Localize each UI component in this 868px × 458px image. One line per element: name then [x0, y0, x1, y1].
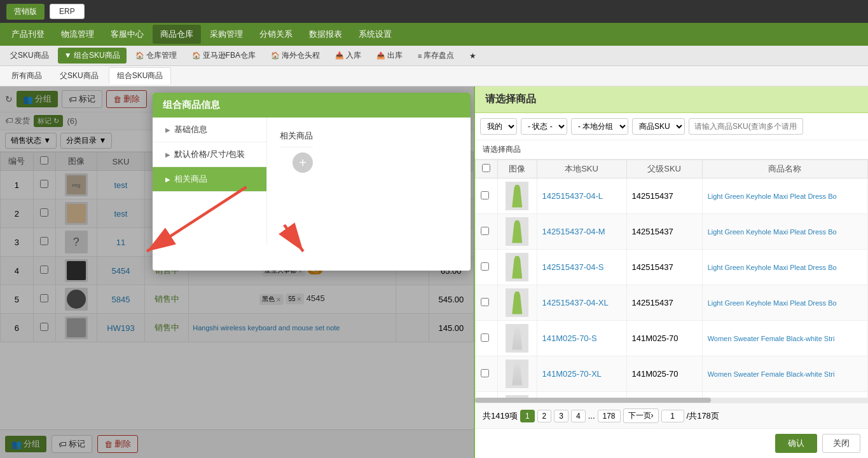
- page-ellipsis: ...: [588, 411, 595, 421]
- page-btn-2[interactable]: 2: [537, 410, 552, 422]
- dress-image: [512, 220, 522, 243]
- right-product-name[interactable]: Women Sweater Female Black-white Stri: [702, 321, 867, 356]
- sub-nav-star[interactable]: ★: [463, 49, 483, 63]
- sku-search-input[interactable]: [689, 118, 803, 135]
- page-jump-input[interactable]: [661, 410, 684, 422]
- right-col-name: 商品名称: [702, 160, 867, 178]
- nav-bar: 产品刊登 物流管理 客服中心 商品仓库 采购管理 分销关系 数据报表 系统设置: [0, 23, 868, 46]
- total-pages-label: /共178页: [687, 410, 719, 422]
- sub-nav-sku[interactable]: 父SKU商品: [4, 48, 55, 64]
- right-product-name[interactable]: Women Sweater Female Black-white Stri: [702, 356, 867, 392]
- confirm-btn[interactable]: 确认: [775, 434, 817, 453]
- next-page-btn[interactable]: 下一页›: [623, 408, 659, 423]
- right-local-sku[interactable]: 142515437-04-M: [537, 214, 626, 250]
- right-product-name[interactable]: Light Green Keyhole Maxi Pleat Dress Bo: [702, 214, 867, 250]
- right-row-checkbox[interactable]: [481, 369, 489, 377]
- main-content: ↻ 👥 分组 🏷 标记 🗑 删除 🏷 发货 标记 ↻ (6) 销售状态 ▼ 分类…: [0, 86, 868, 458]
- sweater-image: [512, 327, 522, 350]
- right-footer: 确认 关闭: [475, 428, 868, 458]
- right-local-sku[interactable]: 141M025-70-XL: [537, 356, 626, 392]
- tab-all-products[interactable]: 所有商品: [4, 68, 50, 84]
- modal-menu-pricing[interactable]: ▶ 默认价格/尺寸/包装: [153, 142, 266, 167]
- sub-nav-fba[interactable]: 🏠 亚马逊FBA仓库: [186, 48, 262, 64]
- menu-pricing-label: 默认价格/尺寸/包装: [174, 149, 245, 160]
- right-col-image: 图像: [497, 160, 537, 178]
- right-col-check: [476, 160, 498, 178]
- sub-nav-combo[interactable]: ▼ 组合SKU商品: [58, 48, 127, 64]
- right-row-checkbox[interactable]: [481, 333, 489, 342]
- right-table-row: 142515437-04-L 142515437 Light Green Key…: [476, 178, 868, 214]
- right-parent-sku: 141M025-70: [626, 392, 702, 398]
- menu-basic-info-label: 基础信息: [174, 124, 207, 135]
- right-local-sku[interactable]: 142515437-04-L: [537, 178, 626, 214]
- right-parent-sku: 141M025-70: [626, 356, 702, 392]
- right-local-sku[interactable]: 141M025-70-XXL: [537, 392, 626, 398]
- nav-product-listing[interactable]: 产品刊登: [4, 25, 52, 44]
- sub-nav-inventory[interactable]: ≡ 库存盘点: [411, 48, 460, 64]
- modal-overlay: 组合商品信息 ▶ 基础信息 ▶ 默认价格/尺寸/包装: [0, 86, 474, 458]
- my-filter-select[interactable]: 我的: [480, 118, 517, 135]
- sub-nav-overseas[interactable]: 🏠 海外仓头程: [265, 48, 326, 64]
- right-panel-filter: 我的 - 状态 - - 本地分组 商品SKU: [475, 113, 868, 140]
- right-row-checkbox[interactable]: [481, 191, 489, 199]
- right-product-name[interactable]: Light Green Keyhole Maxi Pleat Dress Bo: [702, 250, 867, 285]
- dress-image: [512, 185, 522, 208]
- sub-nav: 父SKU商品 ▼ 组合SKU商品 🏠 仓库管理 🏠 亚马逊FBA仓库 🏠 海外仓…: [0, 46, 868, 66]
- page-btn-1[interactable]: 1: [520, 410, 535, 422]
- right-product-image: [506, 324, 528, 353]
- right-local-sku[interactable]: 142515437-04-S: [537, 250, 626, 285]
- erp-btn[interactable]: ERP: [50, 4, 85, 19]
- right-col-parent-sku: 父级SKU: [626, 160, 702, 178]
- right-table-row: 142515437-04-M 142515437 Light Green Key…: [476, 214, 868, 250]
- add-product-btn[interactable]: +: [293, 152, 313, 173]
- right-parent-sku: 142515437: [626, 178, 702, 214]
- right-row-checkbox[interactable]: [481, 227, 489, 235]
- right-product-name[interactable]: Light Green Keyhole Maxi Pleat Dress Bo: [702, 178, 867, 214]
- status-filter-select[interactable]: - 状态 -: [521, 118, 567, 135]
- right-local-sku[interactable]: 141M025-70-S: [537, 321, 626, 356]
- nav-purchase[interactable]: 采购管理: [202, 25, 251, 44]
- nav-reports[interactable]: 数据报表: [301, 25, 350, 44]
- right-row-checkbox[interactable]: [481, 262, 489, 271]
- tab-combo-sku[interactable]: 组合SKU商品: [109, 67, 172, 84]
- horizontal-scrollbar[interactable]: [475, 398, 868, 403]
- group-filter-select[interactable]: - 本地分组: [571, 118, 628, 135]
- nav-customer-service[interactable]: 客服中心: [103, 25, 151, 44]
- right-parent-sku: 142515437: [626, 285, 702, 321]
- left-panel: ↻ 👥 分组 🏷 标记 🗑 删除 🏷 发货 标记 ↻ (6) 销售状态 ▼ 分类…: [0, 86, 474, 458]
- right-product-name[interactable]: Women Sweater Female Black-white Stri: [702, 392, 867, 398]
- page-btn-4[interactable]: 4: [571, 410, 586, 422]
- right-product-name[interactable]: Light Green Keyhole Maxi Pleat Dress Bo: [702, 285, 867, 321]
- right-table-row: 141M025-70-S 141M025-70 Women Sweater Fe…: [476, 321, 868, 356]
- sub-nav-outbound[interactable]: 📤 出库: [370, 48, 409, 64]
- right-select-all[interactable]: [482, 164, 490, 172]
- modal-menu-basic-info[interactable]: ▶ 基础信息: [153, 118, 266, 142]
- modal-body: ▶ 基础信息 ▶ 默认价格/尺寸/包装 ▶ 相关商品: [153, 118, 471, 245]
- menu-related-label: 相关商品: [174, 173, 207, 185]
- nav-distribution[interactable]: 分销关系: [252, 25, 300, 44]
- nav-logistics[interactable]: 物流管理: [53, 25, 102, 44]
- page-btn-178[interactable]: 178: [598, 410, 621, 422]
- right-local-sku[interactable]: 142515437-04-XL: [537, 285, 626, 321]
- right-parent-sku: 142515437: [626, 250, 702, 285]
- right-row-checkbox[interactable]: [481, 298, 489, 306]
- right-parent-sku: 142515437: [626, 214, 702, 250]
- sub-nav-warehouse[interactable]: 🏠 仓库管理: [129, 48, 183, 64]
- tab-parent-sku[interactable]: 父SKU商品: [52, 68, 106, 84]
- nav-settings[interactable]: 系统设置: [351, 25, 399, 44]
- right-product-image: [506, 217, 528, 246]
- right-product-table: 图像 本地SKU 父级SKU 商品名称 142515: [475, 159, 868, 398]
- modal-menu-related[interactable]: ▶ 相关商品: [153, 167, 266, 192]
- tab-bar: 所有商品 父SKU商品 组合SKU商品: [0, 66, 868, 86]
- sub-nav-inbound[interactable]: 📥 入库: [329, 48, 368, 64]
- related-tab-label: 相关商品: [280, 130, 313, 142]
- page-btn-3[interactable]: 3: [554, 410, 568, 422]
- top-bar: 营销版 ERP: [0, 0, 868, 23]
- sku-type-select[interactable]: 商品SKU: [632, 118, 685, 135]
- marketing-btn[interactable]: 营销版: [6, 4, 45, 20]
- total-count: 共1419项: [483, 410, 518, 422]
- close-btn[interactable]: 关闭: [822, 434, 860, 453]
- right-table-row: 141M025-70-XL 141M025-70 Women Sweater F…: [476, 356, 868, 392]
- nav-product-warehouse[interactable]: 商品仓库: [153, 25, 201, 44]
- right-col-local-sku: 本地SKU: [537, 160, 626, 178]
